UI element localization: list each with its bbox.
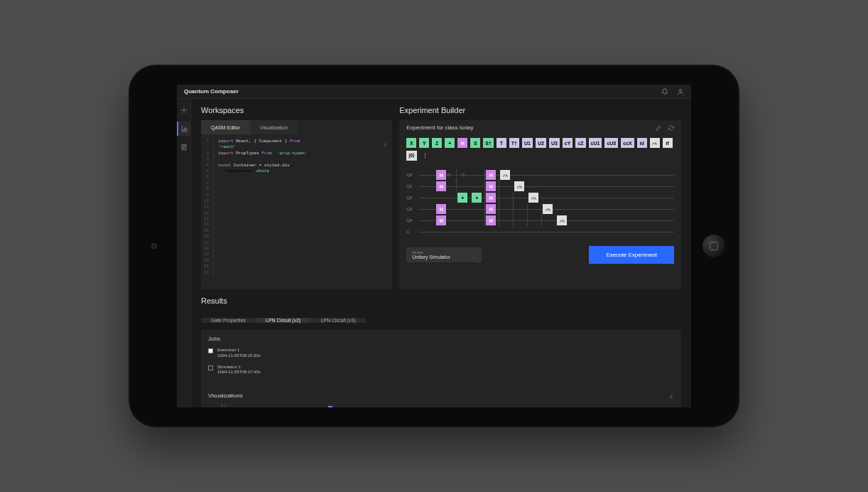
- sidebar: [177, 99, 191, 407]
- placed-gate[interactable]: [543, 204, 553, 214]
- placed-gate[interactable]: +: [472, 193, 482, 203]
- gate-y[interactable]: Y: [419, 138, 429, 148]
- job-item[interactable]: Simulation 11994-11-05T08:17:45z: [208, 365, 336, 376]
- placed-gate[interactable]: H: [486, 181, 496, 191]
- results-chart: 10.8750.750.6250.50.3750.250.1250: [208, 403, 674, 407]
- gate-s[interactable]: S: [470, 138, 480, 148]
- bell-icon[interactable]: [661, 88, 668, 95]
- bar-group: [286, 403, 295, 407]
- bar-group: [271, 403, 281, 407]
- checkbox[interactable]: [208, 348, 213, 353]
- gate-z[interactable]: Z: [432, 138, 442, 148]
- builder-title: Experiment Builder: [399, 106, 681, 114]
- bar-group: [243, 403, 253, 407]
- workspaces-tabs: QASM Editor Visualization: [201, 120, 392, 134]
- placed-gate[interactable]: H: [436, 170, 446, 180]
- bar-group: [314, 403, 324, 407]
- gate-0[interactable]: |0⟩: [406, 151, 417, 161]
- gate-m[interactable]: [650, 138, 660, 148]
- placed-gate[interactable]: H: [486, 193, 496, 203]
- gate-id[interactable]: id: [637, 138, 647, 148]
- gate-cy[interactable]: cY: [563, 138, 573, 148]
- gate-t[interactable]: T†: [509, 138, 519, 148]
- gate-u3[interactable]: U3: [549, 138, 560, 148]
- jobs-title: Jobs: [208, 336, 336, 342]
- bar-group: [371, 403, 381, 407]
- document-icon: [180, 144, 188, 151]
- tab-visualization[interactable]: Visualization: [250, 120, 298, 134]
- gate-[interactable]: +: [445, 138, 455, 148]
- gate-cz[interactable]: cZ: [575, 138, 585, 148]
- bar-group: [300, 403, 310, 407]
- download-button[interactable]: [382, 137, 388, 150]
- bar-group: [342, 403, 352, 407]
- gate-t[interactable]: T: [497, 138, 506, 148]
- gate-u1[interactable]: U1: [522, 138, 533, 148]
- gate-h[interactable]: H: [457, 138, 467, 148]
- chevron-down-icon: [472, 255, 476, 260]
- gate-cu3[interactable]: cU3: [604, 138, 618, 148]
- jobs-list: Jobs Execution 11994-11-05T08:15:30z Sim…: [201, 330, 343, 387]
- bar-group: [257, 403, 267, 407]
- device-select[interactable]: Device Unitary Simulator: [406, 247, 482, 262]
- bar-group: [357, 403, 367, 407]
- tab-gate-properties[interactable]: Gate Properties: [201, 318, 256, 323]
- tab-qasm-editor[interactable]: QASM Editor: [201, 120, 250, 134]
- code-editor[interactable]: 1import React, { Component } from'react'…: [201, 134, 392, 289]
- bar-group: [229, 403, 239, 407]
- refresh-icon[interactable]: [668, 125, 674, 131]
- sidebar-item-doc[interactable]: [177, 140, 191, 154]
- download-icon[interactable]: [668, 393, 674, 399]
- placed-gate[interactable]: H: [436, 215, 446, 225]
- execute-button[interactable]: Execute Experiment: [589, 246, 674, 264]
- placed-gate[interactable]: H: [486, 170, 496, 180]
- bar-group: [328, 403, 338, 407]
- viz-title: Visualizations: [208, 392, 243, 399]
- placed-gate[interactable]: [514, 181, 524, 191]
- placed-gate[interactable]: H: [436, 181, 446, 191]
- job-item[interactable]: Execution 11994-11-05T08:15:30z: [208, 348, 336, 359]
- gate-ccx[interactable]: ccX: [621, 138, 634, 148]
- gate-[interactable]: ⋮: [420, 151, 430, 161]
- tab-lpn-v3[interactable]: LPN Circuit (v3): [310, 318, 365, 323]
- svg-point-1: [183, 109, 185, 112]
- placed-gate[interactable]: [528, 193, 538, 203]
- app-header: Quantum Composer: [177, 85, 691, 99]
- experiment-name: Experiment for class today: [406, 124, 473, 131]
- gear-icon: [180, 107, 188, 114]
- sidebar-item-chart[interactable]: [177, 122, 191, 136]
- placed-gate[interactable]: H: [486, 204, 496, 214]
- placed-gate[interactable]: +: [457, 193, 467, 203]
- tab-lpn-v2[interactable]: LPN Circuit (v2): [256, 318, 310, 323]
- placed-gate[interactable]: [557, 215, 567, 225]
- tablet-frame: Quantum Composer: [129, 65, 739, 427]
- results-tabs: Gate Properties LPN Circuit (v2) LPN Cir…: [201, 318, 681, 323]
- home-button[interactable]: [702, 235, 725, 257]
- placed-gate[interactable]: H: [486, 215, 496, 225]
- gate-s[interactable]: S†: [483, 138, 494, 148]
- edit-icon[interactable]: [656, 125, 661, 131]
- gate-if[interactable]: if: [663, 138, 673, 148]
- gate-x[interactable]: X: [406, 138, 416, 148]
- gate-u2[interactable]: U2: [536, 138, 546, 148]
- placed-gate[interactable]: [500, 170, 510, 180]
- app-title: Quantum Composer: [184, 88, 239, 95]
- placed-gate[interactable]: H: [436, 204, 446, 214]
- camera-dot: [151, 243, 157, 249]
- sidebar-item-settings[interactable]: [177, 103, 191, 117]
- chart-icon: [181, 125, 188, 132]
- user-icon[interactable]: [677, 88, 684, 95]
- results-title: Results: [201, 296, 681, 305]
- gate-palette: XYZ+HSS†TT†U1U2U3cYcZcU1cU3ccXidif|0⟩⋮: [399, 135, 681, 164]
- svg-point-0: [679, 89, 681, 91]
- circuit-canvas[interactable]: Q0HHQ1HHQ2++HQ3HHQ4HHC: [399, 164, 681, 240]
- gate-cu1[interactable]: cU1: [589, 138, 602, 148]
- checkbox[interactable]: [208, 365, 213, 370]
- screen: Quantum Composer: [177, 85, 691, 407]
- workspaces-title: Workspaces: [201, 106, 392, 114]
